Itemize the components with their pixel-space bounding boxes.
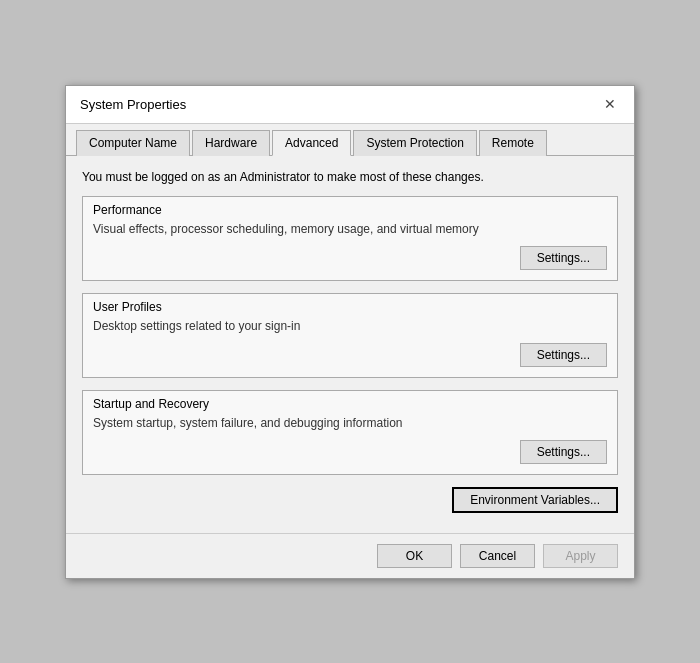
startup-recovery-section: Startup and Recovery System startup, sys…: [82, 390, 618, 475]
startup-recovery-label: Startup and Recovery: [93, 397, 607, 411]
tab-remote[interactable]: Remote: [479, 130, 547, 156]
performance-section: Performance Visual effects, processor sc…: [82, 196, 618, 281]
user-profiles-settings-button[interactable]: Settings...: [520, 343, 607, 367]
info-text: You must be logged on as an Administrato…: [82, 170, 618, 184]
tab-system-protection[interactable]: System Protection: [353, 130, 476, 156]
tab-bar: Computer Name Hardware Advanced System P…: [66, 124, 634, 156]
performance-settings-button[interactable]: Settings...: [520, 246, 607, 270]
apply-button[interactable]: Apply: [543, 544, 618, 568]
startup-recovery-settings-button[interactable]: Settings...: [520, 440, 607, 464]
system-properties-dialog: System Properties ✕ Computer Name Hardwa…: [65, 85, 635, 579]
tab-computer-name[interactable]: Computer Name: [76, 130, 190, 156]
user-profiles-label: User Profiles: [93, 300, 607, 314]
startup-recovery-description: System startup, system failure, and debu…: [93, 416, 607, 430]
close-button[interactable]: ✕: [598, 92, 622, 116]
user-profiles-section: User Profiles Desktop settings related t…: [82, 293, 618, 378]
cancel-button[interactable]: Cancel: [460, 544, 535, 568]
dialog-title: System Properties: [80, 97, 186, 112]
tab-hardware[interactable]: Hardware: [192, 130, 270, 156]
performance-label: Performance: [93, 203, 607, 217]
ok-button[interactable]: OK: [377, 544, 452, 568]
title-bar: System Properties ✕: [66, 86, 634, 124]
performance-description: Visual effects, processor scheduling, me…: [93, 222, 607, 236]
environment-variables-button[interactable]: Environment Variables...: [452, 487, 618, 513]
tab-content: You must be logged on as an Administrato…: [66, 156, 634, 533]
environment-variables-row: Environment Variables...: [82, 487, 618, 513]
bottom-bar: OK Cancel Apply: [66, 533, 634, 578]
user-profiles-description: Desktop settings related to your sign-in: [93, 319, 607, 333]
tab-advanced[interactable]: Advanced: [272, 130, 351, 156]
